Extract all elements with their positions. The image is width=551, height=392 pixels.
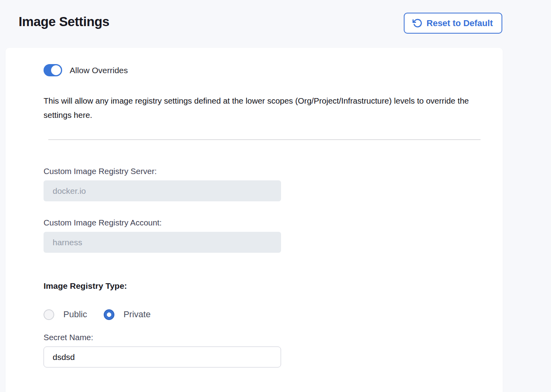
reset-button-label: Reset to Default: [427, 18, 493, 28]
radio-private-label[interactable]: Private: [124, 309, 150, 320]
allow-overrides-label: Allow Overrides: [70, 66, 128, 75]
radio-private[interactable]: [104, 309, 114, 320]
reset-ccw-icon: [412, 18, 422, 28]
allow-overrides-row: Allow Overrides: [44, 64, 484, 76]
toggle-knob: [51, 65, 61, 75]
allow-overrides-toggle[interactable]: [44, 64, 62, 76]
registry-server-input: [44, 180, 281, 201]
radio-public-label[interactable]: Public: [63, 309, 87, 320]
registry-type-radio-group: Public Private: [44, 309, 484, 320]
page-title: Image Settings: [19, 14, 109, 29]
registry-type-label: Image Registry Type:: [44, 281, 484, 292]
registry-account-label: Custom Image Registry Account:: [44, 218, 484, 229]
reset-to-default-button[interactable]: Reset to Default: [404, 13, 502, 34]
registry-account-input: [44, 232, 281, 253]
image-settings-panel: Allow Overrides This will allow any imag…: [6, 48, 503, 392]
secret-name-input[interactable]: [44, 347, 281, 367]
registry-server-label: Custom Image Registry Server:: [44, 167, 484, 177]
secret-name-label: Secret Name:: [44, 333, 484, 343]
page-header: Image Settings Reset to Default: [0, 0, 551, 48]
section-divider: [48, 139, 481, 140]
overrides-description: This will allow any image registry setti…: [44, 94, 486, 122]
radio-public[interactable]: [44, 309, 54, 320]
